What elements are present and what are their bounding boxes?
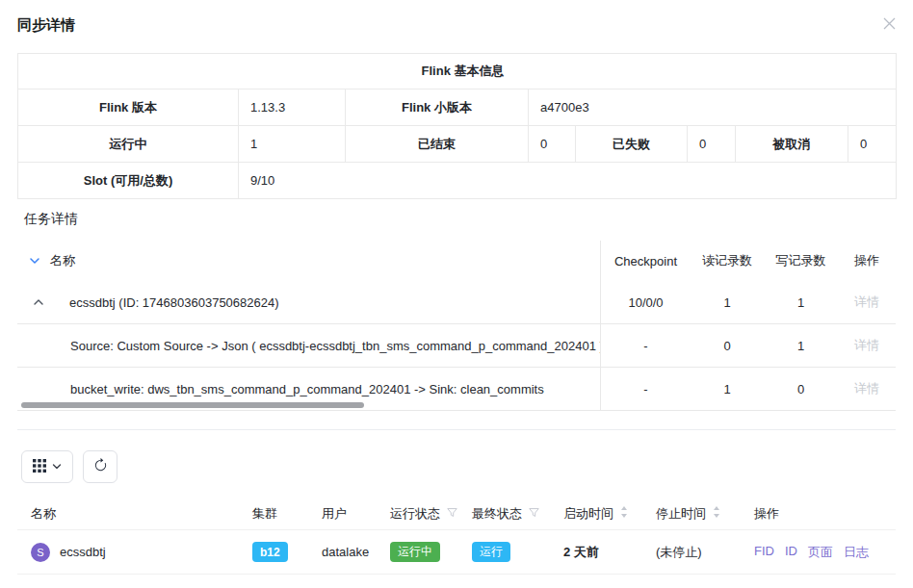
- jobs-table-header: 名称 集群 用户 运行状态 最终状态 启动时间 停止时间 操作: [17, 498, 896, 530]
- stat-canceled-value: 0: [848, 126, 897, 163]
- column-settings-button[interactable]: [21, 450, 73, 483]
- filter-icon[interactable]: [529, 506, 539, 521]
- slot-label: Slot (可用/总数): [18, 163, 239, 199]
- job-stop-time: (未停止): [656, 544, 702, 561]
- task-read-count: 0: [691, 324, 764, 367]
- task-col-checkpoint: Checkpoint: [600, 241, 691, 281]
- task-name: bucket_write: dws_tbn_sms_command_p_comm…: [70, 382, 544, 396]
- task-detail-link[interactable]: 详情: [854, 380, 879, 397]
- jobs-col-run-status: 运行状态: [377, 498, 458, 529]
- stat-finished-label: 已结束: [346, 126, 529, 163]
- page-link[interactable]: 页面: [808, 544, 833, 561]
- flink-minor-value: a4700e3: [529, 89, 897, 126]
- flink-info-table: Flink 基本信息 Flink 版本 1.13.3 Flink 小版本 a47…: [17, 53, 897, 199]
- task-checkpoint: -: [600, 324, 691, 367]
- task-checkpoint: -: [600, 368, 691, 410]
- jobs-col-action: 操作: [741, 498, 896, 529]
- id-link[interactable]: ID: [785, 544, 797, 561]
- task-write-count: 0: [764, 368, 838, 410]
- expand-all-icon[interactable]: [29, 255, 40, 267]
- grid-view-icon: [33, 459, 46, 475]
- task-table: 名称 Checkpoint 读记录数 写记录数 操作 ecssdbtj (ID:…: [17, 241, 896, 411]
- jobs-col-user: 用户: [308, 498, 377, 529]
- stat-running-value: 1: [239, 126, 346, 163]
- task-write-count: 1: [764, 324, 838, 367]
- task-name: ecssdbtj (ID: 1746803603750682624): [69, 295, 279, 310]
- sorter-icon[interactable]: [620, 505, 628, 522]
- slot-value: 9/10: [239, 163, 897, 199]
- final-status-badge: 运行: [472, 542, 510, 562]
- task-write-count: 1: [764, 281, 838, 323]
- fid-link[interactable]: FID: [754, 544, 774, 561]
- task-read-count: 1: [691, 368, 764, 410]
- task-section-title: 任务详情: [24, 211, 78, 228]
- log-link[interactable]: 日志: [844, 544, 869, 561]
- stat-finished-value: 0: [529, 126, 576, 163]
- filter-icon[interactable]: [447, 506, 457, 521]
- task-col-action: 操作: [838, 241, 896, 281]
- jobs-col-final-status: 最终状态: [458, 498, 550, 529]
- task-detail-link[interactable]: 详情: [854, 337, 879, 354]
- sync-detail-drawer: 同步详情 Flink 基本信息 Flink 版本 1.13.3 Flink 小版…: [0, 0, 913, 588]
- job-actions: FID ID 页面 日志: [754, 544, 869, 561]
- stat-running-label: 运行中: [18, 126, 239, 163]
- refresh-button[interactable]: [83, 450, 117, 483]
- jobs-col-name: 名称: [17, 498, 239, 529]
- chevron-down-icon: [52, 460, 62, 474]
- toolbar: [21, 450, 117, 483]
- task-name: Source: Custom Source -> Json ( ecssdbtj…: [70, 339, 600, 353]
- close-icon[interactable]: [880, 14, 898, 32]
- flink-info-caption: Flink 基本信息: [18, 54, 897, 89]
- horizontal-scrollbar[interactable]: [21, 402, 364, 408]
- refresh-icon: [93, 458, 108, 475]
- task-checkpoint: 10/0/0: [600, 281, 691, 323]
- divider: [17, 429, 896, 430]
- jobs-col-stop-time: 停止时间: [642, 498, 741, 529]
- collapse-row-icon[interactable]: [33, 296, 44, 308]
- jobs-col-cluster: 集群: [239, 498, 308, 529]
- stat-canceled-label: 被取消: [736, 126, 848, 163]
- task-read-count: 1: [691, 281, 764, 323]
- job-name: ecssdbtj: [60, 545, 106, 559]
- job-user: datalake: [322, 545, 369, 559]
- run-status-badge: 运行中: [390, 542, 440, 562]
- job-start-time: 2 天前: [563, 544, 599, 561]
- task-col-write: 写记录数: [764, 241, 838, 281]
- sorter-icon[interactable]: [713, 505, 720, 522]
- table-row: Source: Custom Source -> Json ( ecssdbtj…: [17, 324, 896, 368]
- stat-failed-label: 已失败: [576, 126, 688, 163]
- jobs-col-start-time: 启动时间: [550, 498, 642, 529]
- table-row: ecssdbtj (ID: 1746803603750682624) 10/0/…: [17, 281, 896, 324]
- stat-failed-value: 0: [688, 126, 736, 163]
- table-row: S ecssdbtj b12 datalake 运行中 运行 2 天前 (未停止…: [17, 530, 896, 575]
- cluster-tag: b12: [252, 542, 288, 562]
- task-col-name: 名称: [50, 252, 75, 269]
- task-col-read: 读记录数: [691, 241, 764, 281]
- task-detail-link[interactable]: 详情: [854, 294, 879, 311]
- task-table-header: 名称 Checkpoint 读记录数 写记录数 操作: [17, 241, 896, 281]
- flink-minor-label: Flink 小版本: [346, 89, 529, 126]
- avatar: S: [31, 543, 50, 562]
- page-title: 同步详情: [17, 16, 75, 35]
- flink-version-label: Flink 版本: [18, 89, 239, 126]
- flink-version-value: 1.13.3: [239, 89, 346, 126]
